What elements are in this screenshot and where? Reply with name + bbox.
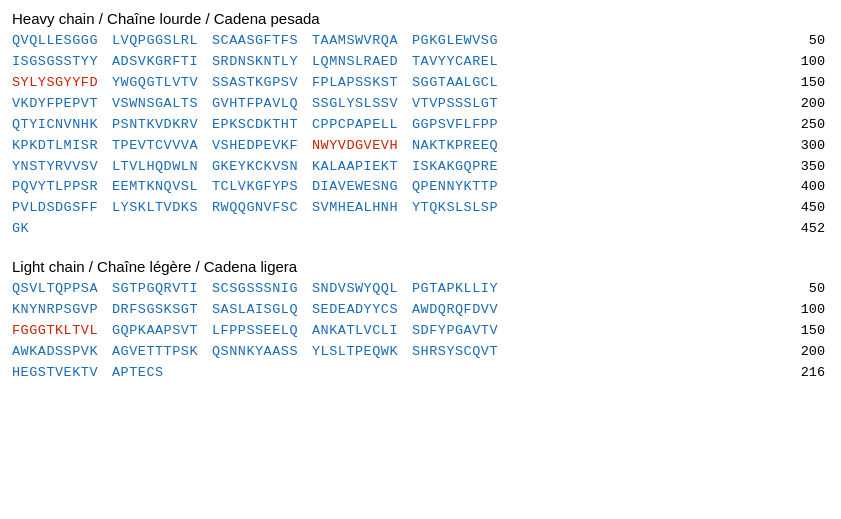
sequence-group: CPPCPAPELL	[312, 115, 412, 136]
sequence-group: NAKTKPREEQ	[412, 136, 512, 157]
sequence-number: 100	[791, 300, 829, 321]
heavy-chain-rows: QVQLLESGGGLVQPGGSLRLSCAASGFTFSTAAMSWVRQA…	[12, 31, 829, 240]
sequence-group: EEMTKNQVSL	[112, 177, 212, 198]
light-chain-title: Light chain / Chaîne légère / Cadena lig…	[12, 258, 829, 275]
sequence-group: YWGQGTLVTV	[112, 73, 212, 94]
sequence-group: SCAASGFTFS	[212, 31, 312, 52]
sequence-group	[312, 219, 412, 240]
sequence-group: QTYICNVNHK	[12, 115, 112, 136]
sequence-group: PGKGLEWVSG	[412, 31, 512, 52]
sequence-number: 250	[791, 115, 829, 136]
sequence-group: LTVLHQDWLN	[112, 157, 212, 178]
sequence-number: 350	[791, 157, 829, 178]
heavy-chain-title: Heavy chain / Chaîne lourde / Cadena pes…	[12, 10, 829, 27]
sequence-group: SVMHEALHNH	[312, 198, 412, 219]
sequence-group: SNDVSWYQQL	[312, 279, 412, 300]
table-row: KNYNRPSGVPDRFSGSKSGTSASLAISGLQSEDEADYYCS…	[12, 300, 829, 321]
sequence-group: VTVPSSSLGT	[412, 94, 512, 115]
sequence-group: ADSVKGRFTI	[112, 52, 212, 73]
table-row: HEGSTVEKTVAPTECS216	[12, 363, 829, 384]
sequence-number: 100	[791, 52, 829, 73]
sequence-group: LVQPGGSLRL	[112, 31, 212, 52]
sequence-group: SSASTKGPSV	[212, 73, 312, 94]
sequence-group: TPEVTCVVVA	[112, 136, 212, 157]
sequence-group: APTECS	[112, 363, 212, 384]
sequence-group: ISGSGSSTYY	[12, 52, 112, 73]
table-row: YNSTYRVVSVLTVLHQDWLNGKEYKCKVSNKALAAPIEKT…	[12, 157, 829, 178]
table-row: KPKDTLMISRTPEVTCVVVAVSHEDPEVKFNWYVDGVEVH…	[12, 136, 829, 157]
sequence-number: 150	[791, 73, 829, 94]
light-chain-section: Light chain / Chaîne légère / Cadena lig…	[12, 258, 829, 384]
sequence-group: TAVYYCAREL	[412, 52, 512, 73]
sequence-group: SASLAISGLQ	[212, 300, 312, 321]
sequence-number: 300	[791, 136, 829, 157]
table-row: VKDYFPEPVTVSWNSGALTSGVHTFPAVLQSSGLYSLSSV…	[12, 94, 829, 115]
sequence-group: AGVETTTPSK	[112, 342, 212, 363]
sequence-group	[212, 219, 312, 240]
table-row: QVQLLESGGGLVQPGGSLRLSCAASGFTFSTAAMSWVRQA…	[12, 31, 829, 52]
sequence-number: 450	[791, 198, 829, 219]
table-row: QSVLTQPPSASGTPGQRVTISCSGSSSNIGSNDVSWYQQL…	[12, 279, 829, 300]
table-row: PVLDSDGSFFLYSKLTVDKSRWQQGNVFSCSVMHEALHNH…	[12, 198, 829, 219]
sequence-group: AWDQRQFDVV	[412, 300, 512, 321]
heavy-chain-section: Heavy chain / Chaîne lourde / Cadena pes…	[12, 10, 829, 240]
sequence-group: TCLVKGFYPS	[212, 177, 312, 198]
sequence-group: YLSLTPEQWK	[312, 342, 412, 363]
sequence-group	[212, 363, 312, 384]
sequence-group: SDFYPGAVTV	[412, 321, 512, 342]
table-row: GK452	[12, 219, 829, 240]
sequence-group: SCSGSSSNIG	[212, 279, 312, 300]
table-row: PQVYTLPPSREEMTKNQVSLTCLVKGFYPSDIAVEWESNG…	[12, 177, 829, 198]
sequence-group: PVLDSDGSFF	[12, 198, 112, 219]
sequence-number: 200	[791, 342, 829, 363]
sequence-group: GVHTFPAVLQ	[212, 94, 312, 115]
sequence-group: SYLYSGYYFD	[12, 73, 112, 94]
sequence-group	[412, 219, 512, 240]
sequence-group: KPKDTLMISR	[12, 136, 112, 157]
sequence-group: GGPSVFLFPP	[412, 115, 512, 136]
sequence-group: YNSTYRVVSV	[12, 157, 112, 178]
sequence-group: VKDYFPEPVT	[12, 94, 112, 115]
sequence-group: ISKAKGQPRE	[412, 157, 512, 178]
sequence-group: PQVYTLPPSR	[12, 177, 112, 198]
sequence-number: 400	[791, 177, 829, 198]
table-row: QTYICNVNHKPSNTKVDKRVEPKSCDKTHTCPPCPAPELL…	[12, 115, 829, 136]
sequence-group: VSHEDPEVKF	[212, 136, 312, 157]
sequence-group: SEDEADYYCS	[312, 300, 412, 321]
table-row: SYLYSGYYFDYWGQGTLVTVSSASTKGPSVFPLAPSSKST…	[12, 73, 829, 94]
sequence-number: 452	[791, 219, 829, 240]
sequence-group: LFPPSSEELQ	[212, 321, 312, 342]
sequence-group	[312, 363, 412, 384]
sequence-group: SHRSYSCQVT	[412, 342, 512, 363]
table-row: ISGSGSSTYYADSVKGRFTISRDNSKNTLYLQMNSLRAED…	[12, 52, 829, 73]
light-chain-rows: QSVLTQPPSASGTPGQRVTISCSGSSSNIGSNDVSWYQQL…	[12, 279, 829, 384]
sequence-group: SSGLYSLSSV	[312, 94, 412, 115]
sequence-group: DIAVEWESNG	[312, 177, 412, 198]
sequence-group: SGTPGQRVTI	[112, 279, 212, 300]
sequence-group: QPENNYKTTP	[412, 177, 512, 198]
sequence-group: GK	[12, 219, 112, 240]
sequence-group: QSVLTQPPSA	[12, 279, 112, 300]
sequence-group: HEGSTVEKTV	[12, 363, 112, 384]
table-row: AWKADSSPVKAGVETTTPSKQSNNKYAASSYLSLTPEQWK…	[12, 342, 829, 363]
sequence-group: FGGGTKLTVL	[12, 321, 112, 342]
sequence-group: SGGTAALGCL	[412, 73, 512, 94]
sequence-group: PSNTKVDKRV	[112, 115, 212, 136]
sequence-group	[412, 363, 512, 384]
sequence-group: TAAMSWVRQA	[312, 31, 412, 52]
sequence-number: 200	[791, 94, 829, 115]
sequence-group: PGTAPKLLIY	[412, 279, 512, 300]
sequence-group: GQPKAAPSVT	[112, 321, 212, 342]
sequence-number: 216	[791, 363, 829, 384]
sequence-group: EPKSCDKTHT	[212, 115, 312, 136]
table-row: FGGGTKLTVLGQPKAAPSVTLFPPSSEELQANKATLVCLI…	[12, 321, 829, 342]
sequence-group: FPLAPSSKST	[312, 73, 412, 94]
sequence-group: QVQLLESGGG	[12, 31, 112, 52]
sequence-group: KALAAPIEKT	[312, 157, 412, 178]
sequence-group: YTQKSLSLSP	[412, 198, 512, 219]
sequence-group: LQMNSLRAED	[312, 52, 412, 73]
sequence-group: QSNNKYAASS	[212, 342, 312, 363]
sequence-group: ANKATLVCLI	[312, 321, 412, 342]
sequence-group: SRDNSKNTLY	[212, 52, 312, 73]
sequence-group: NWYVDGVEVH	[312, 136, 412, 157]
